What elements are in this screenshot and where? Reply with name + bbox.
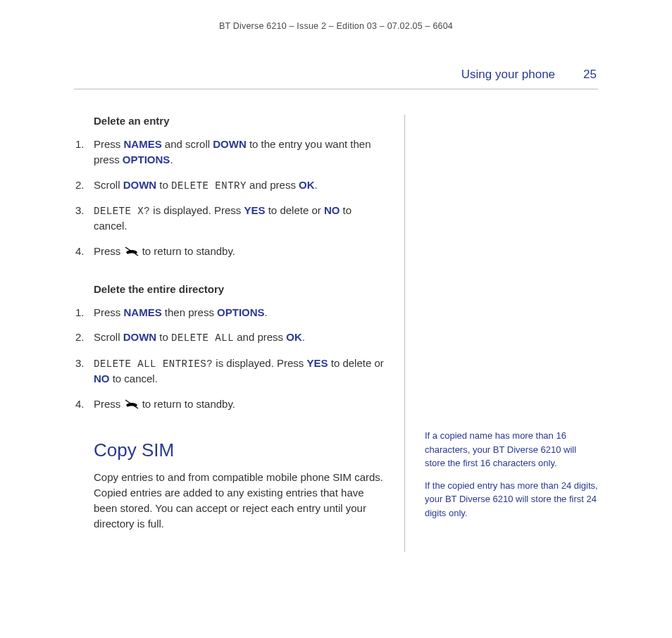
step-text: then press bbox=[162, 306, 217, 318]
step-text: Press bbox=[94, 306, 124, 318]
step-text: to cancel. bbox=[110, 373, 158, 384]
section-title: Using your phone bbox=[461, 68, 555, 82]
step-text: is displayed. Press bbox=[150, 204, 244, 216]
phone-hangup-icon bbox=[124, 246, 139, 257]
step-text: to delete or bbox=[328, 357, 384, 369]
manual-page: BT Diverse 6210 – Issue 2 – Edition 03 –… bbox=[0, 0, 672, 552]
step-text: Scroll bbox=[94, 331, 123, 343]
lcd-text: DELETE ENTRY bbox=[171, 180, 247, 192]
keyword-down: DOWN bbox=[123, 331, 157, 343]
lcd-text: DELETE ALL bbox=[171, 332, 234, 344]
step-text: to bbox=[156, 331, 171, 343]
step-text: and press bbox=[247, 179, 299, 191]
section-header: Using your phone 25 bbox=[74, 68, 598, 89]
main-column: Delete an entry Press NAMES and scroll D… bbox=[74, 115, 405, 552]
keyword-yes: YES bbox=[244, 204, 266, 216]
step-text: to return to standby. bbox=[139, 398, 235, 410]
step-text: . bbox=[265, 306, 268, 318]
step-item: Press NAMES then press OPTIONS. bbox=[74, 305, 385, 320]
heading-delete-directory: Delete the entire directory bbox=[94, 283, 385, 295]
step-item: DELETE ALL ENTRIES? is displayed. Press … bbox=[74, 356, 385, 387]
content-columns: Delete an entry Press NAMES and scroll D… bbox=[74, 115, 598, 552]
heading-delete-entry: Delete an entry bbox=[94, 115, 385, 127]
steps-delete-directory: Press NAMES then press OPTIONS. Scroll D… bbox=[74, 305, 385, 412]
step-item: Scroll DOWN to DELETE ENTRY and press OK… bbox=[74, 177, 385, 193]
lcd-text: DELETE X? bbox=[94, 206, 150, 217]
side-column: If a copied name has more than 16 charac… bbox=[405, 115, 598, 552]
step-text: Scroll bbox=[94, 179, 123, 191]
step-text: and scroll bbox=[162, 138, 213, 150]
keyword-names: NAMES bbox=[124, 306, 162, 318]
keyword-names: NAMES bbox=[124, 138, 162, 150]
document-header: BT Diverse 6210 – Issue 2 – Edition 03 –… bbox=[74, 21, 598, 31]
keyword-options: OPTIONS bbox=[217, 306, 265, 318]
step-text: to bbox=[156, 179, 171, 191]
step-text: to return to standby. bbox=[139, 245, 235, 257]
step-text: is displayed. Press bbox=[213, 357, 306, 369]
step-text: Press bbox=[94, 245, 124, 257]
step-item: Press to return to standby. bbox=[74, 396, 385, 412]
keyword-no: NO bbox=[324, 204, 340, 216]
step-item: Scroll DOWN to DELETE ALL and press OK. bbox=[74, 330, 385, 345]
step-item: Press to return to standby. bbox=[74, 244, 385, 259]
step-text: . bbox=[302, 331, 305, 343]
keyword-options: OPTIONS bbox=[123, 154, 170, 165]
page-number: 25 bbox=[583, 68, 597, 82]
step-item: Press NAMES and scroll DOWN to the entry… bbox=[74, 137, 385, 168]
sidenote: If a copied name has more than 16 charac… bbox=[425, 429, 598, 470]
keyword-no: NO bbox=[94, 373, 110, 384]
copy-sim-body: Copy entries to and from compatible mobi… bbox=[94, 470, 385, 531]
keyword-ok: OK bbox=[286, 331, 302, 343]
heading-copy-sim: Copy SIM bbox=[94, 439, 385, 461]
step-text: Press bbox=[94, 398, 124, 410]
keyword-ok: OK bbox=[299, 179, 315, 191]
keyword-down: DOWN bbox=[213, 138, 247, 150]
step-text: Press bbox=[94, 138, 124, 150]
sidenote: If the copied entry has more than 24 dig… bbox=[425, 479, 598, 520]
step-text: to delete or bbox=[266, 204, 324, 216]
lcd-text: DELETE ALL ENTRIES? bbox=[94, 358, 213, 370]
step-text: and press bbox=[234, 331, 286, 343]
phone-hangup-icon bbox=[124, 399, 139, 410]
spacer bbox=[425, 115, 598, 429]
keyword-down: DOWN bbox=[123, 179, 157, 191]
step-text: . bbox=[315, 179, 318, 191]
step-text: . bbox=[170, 154, 173, 165]
steps-delete-entry: Press NAMES and scroll DOWN to the entry… bbox=[74, 137, 385, 259]
keyword-yes: YES bbox=[307, 357, 328, 369]
step-item: DELETE X? is displayed. Press YES to del… bbox=[74, 203, 385, 234]
